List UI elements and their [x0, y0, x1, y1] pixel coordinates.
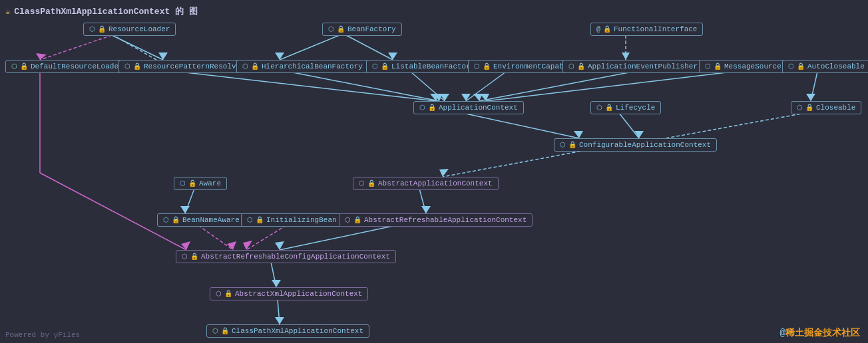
node-AbstractXmlApplicationContext[interactable]: ⬡ 🔒 AbstractXmlApplicationContext [210, 287, 368, 300]
node-InitializingBean[interactable]: ⬡ 🔒 InitializingBean [241, 213, 343, 227]
node-label: ListableBeanFactory [391, 62, 475, 70]
svg-line-30 [443, 150, 586, 177]
svg-marker-14 [433, 94, 443, 101]
node-ResourceLoader[interactable]: ⬡ 🔒 ResourceLoader [83, 23, 176, 36]
svg-marker-20 [473, 94, 483, 101]
svg-marker-45 [275, 317, 284, 324]
node-label: InitializingBean [266, 216, 337, 224]
node-BeanFactory[interactable]: ⬡ 🔒 BeanFactory [322, 23, 402, 36]
node-MessageSource[interactable]: ⬡ 🔒 MessageSource [699, 60, 787, 73]
svg-line-2 [112, 35, 163, 60]
node-label: Lifecycle [616, 104, 655, 112]
svg-line-42 [271, 262, 276, 287]
node-Lifecycle[interactable]: ⬡ 🔒 Lifecycle [590, 101, 661, 114]
lock-icon: 🔒 [577, 62, 585, 70]
svg-line-25 [619, 113, 639, 138]
svg-marker-33 [180, 206, 190, 213]
svg-line-34 [419, 189, 426, 213]
svg-marker-12 [430, 94, 439, 101]
svg-marker-22 [480, 94, 489, 101]
node-AbstractRefreshableApplicationContext[interactable]: ⬡ 🔒 AbstractRefreshableApplicationContex… [339, 213, 533, 227]
interface-icon: ⬡ [705, 62, 711, 70]
abstract-icon: ⬡ [359, 179, 365, 187]
svg-marker-41 [275, 241, 284, 250]
svg-line-23 [811, 72, 817, 101]
svg-marker-7 [388, 53, 397, 60]
node-Closeable[interactable]: ⬡ 🔒 Closeable [791, 101, 861, 114]
lock-icon: 🔒 [714, 62, 722, 70]
node-label: DefaultResourceLoader [31, 62, 123, 70]
interface-icon: ⬡ [163, 216, 169, 224]
title-text: ClassPathXmlApplicationContext 的 图 [14, 5, 198, 17]
node-Aware[interactable]: ⬡ 🔒 Aware [174, 177, 227, 190]
svg-marker-28 [574, 131, 583, 138]
node-EnvironmentCapable[interactable]: ⬡ 🔒 EnvironmentCapable [468, 60, 578, 73]
interface-icon: ⬡ [372, 62, 378, 70]
lock-icon: 🔒 [190, 253, 198, 261]
svg-line-13 [290, 72, 439, 101]
node-label: AbstractRefreshableApplicationContext [364, 216, 527, 224]
svg-marker-39 [243, 241, 252, 250]
svg-marker-1 [36, 53, 47, 60]
node-label: ConfigurableApplicationContext [579, 141, 711, 149]
lock-icon: 🔒 [367, 179, 375, 187]
lock-icon: 🔒 [483, 62, 491, 70]
node-AbstractApplicationContext[interactable]: ⬡ 🔒 AbstractApplicationContext [353, 177, 499, 190]
interface-icon: ⬡ [788, 62, 794, 70]
lock-icon: 🔒 [603, 25, 611, 33]
node-label: AutoCloseable [807, 62, 865, 70]
svg-marker-3 [158, 53, 168, 60]
node-ConfigurableApplicationContext[interactable]: ⬡ 🔒 ConfigurableApplicationContext [554, 138, 717, 152]
lock-icon: 🔒 [337, 25, 345, 33]
svg-line-6 [346, 35, 393, 60]
brand-at: @ [780, 328, 785, 338]
node-AbstractRefreshableConfigApplicationContext[interactable]: ⬡ 🔒 AbstractRefreshableConfigApplication… [176, 250, 396, 263]
svg-line-17 [466, 72, 506, 101]
lock-icon: 🔒 [805, 104, 813, 112]
interface-icon: ⬡ [596, 104, 602, 112]
node-label: FunctionalInterface [614, 25, 697, 33]
svg-line-40 [280, 225, 396, 250]
node-ApplicationEventPublisher[interactable]: ⬡ 🔒 ApplicationEventPublisher [562, 60, 704, 73]
interface-icon: ⬡ [568, 62, 574, 70]
svg-line-0 [40, 35, 112, 60]
node-DefaultResourceLoader[interactable]: ⬡ 🔒 DefaultResourceLoader [5, 60, 129, 73]
node-HierarchicalBeanFactory[interactable]: ⬡ 🔒 HierarchicalBeanFactory [236, 60, 369, 73]
node-ListableBeanFactory[interactable]: ⬡ 🔒 ListableBeanFactory [366, 60, 481, 73]
svg-marker-35 [421, 206, 431, 213]
interface-icon: ⬡ [797, 104, 803, 112]
node-label: EnvironmentCapable [493, 62, 572, 70]
svg-line-11 [180, 72, 436, 101]
node-FunctionalInterface[interactable]: @ 🔒 FunctionalInterface [590, 23, 703, 36]
node-ClassPathXmlApplicationContext[interactable]: ⬡ 🔒 ClassPathXmlApplicationContext [206, 324, 369, 338]
watermark: Powered by yFiles [5, 331, 80, 339]
svg-line-15 [411, 72, 445, 101]
svg-line-19 [479, 72, 632, 101]
node-label: BeanNameAware [182, 216, 240, 224]
lock-icon: 🔒 [428, 104, 436, 112]
node-label: HierarchicalBeanFactory [262, 62, 363, 70]
node-ApplicationContext[interactable]: ⬡ 🔒 ApplicationContext [413, 101, 524, 114]
lock-icon: 🔒 [224, 290, 232, 298]
lock-icon: 🔒 [353, 216, 361, 224]
class-icon: ⬡ [11, 62, 17, 70]
lock-icon: 🔒 [188, 179, 196, 187]
svg-line-32 [185, 189, 194, 213]
node-label: AbstractRefreshableConfigApplicationCont… [201, 253, 390, 261]
svg-line-21 [486, 72, 732, 101]
node-AutoCloseable[interactable]: ⬡ 🔒 AutoCloseable [782, 60, 868, 73]
lock-icon: 🔒 [568, 141, 576, 149]
interface-icon: ⬡ [180, 179, 186, 187]
node-label: AbstractApplicationContext [378, 179, 493, 187]
lock-icon: 🔒 [98, 25, 106, 33]
node-BeanNameAware[interactable]: ⬡ 🔒 BeanNameAware [157, 213, 246, 227]
node-label: ResourcePatternResolver [144, 62, 245, 70]
title-icon: ☕ [5, 7, 10, 17]
svg-line-38 [246, 225, 286, 250]
lock-icon: 🔒 [256, 216, 264, 224]
node-ResourcePatternResolver[interactable]: ⬡ 🔒 ResourcePatternResolver [118, 60, 251, 73]
brand-text: 稀土掘金技术社区 [785, 328, 860, 338]
node-label: ClassPathXmlApplicationContext [232, 327, 363, 335]
abstract-icon: ⬡ [345, 216, 351, 224]
node-label: AbstractXmlApplicationContext [235, 290, 362, 298]
